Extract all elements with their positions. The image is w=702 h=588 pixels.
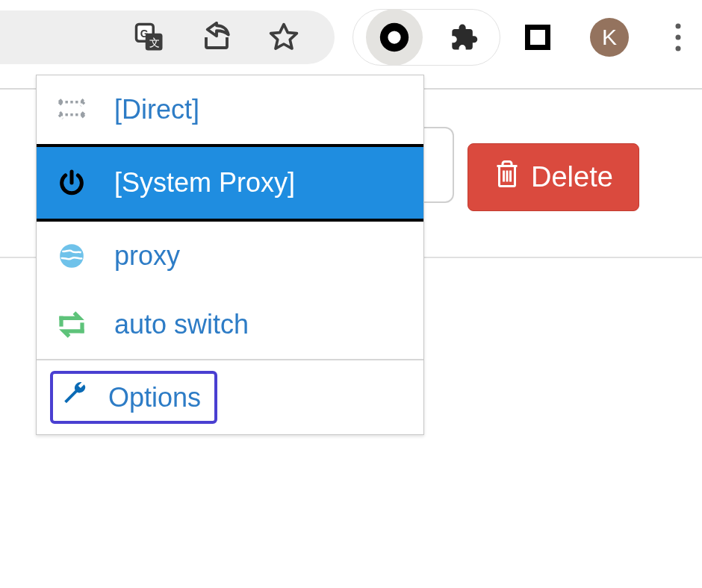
svg-point-10 bbox=[60, 244, 84, 268]
popup-item-direct[interactable]: [Direct] bbox=[37, 75, 423, 144]
profile-avatar[interactable]: K bbox=[590, 18, 629, 57]
power-icon bbox=[55, 168, 89, 198]
popup-item-system-proxy-label: [System Proxy] bbox=[114, 167, 295, 198]
globe-icon bbox=[55, 242, 89, 270]
active-extension-icon[interactable] bbox=[366, 9, 423, 66]
extension-popup: [Direct] [System Proxy] proxy bbox=[36, 75, 424, 435]
options-label: Options bbox=[108, 382, 201, 413]
popup-item-proxy[interactable]: proxy bbox=[37, 222, 423, 290]
svg-point-9 bbox=[388, 31, 400, 43]
kebab-menu-icon[interactable] bbox=[676, 24, 681, 51]
avatar-initial: K bbox=[602, 25, 617, 50]
svg-text:文: 文 bbox=[149, 37, 160, 49]
trash-icon bbox=[494, 159, 521, 196]
popup-item-system-proxy[interactable]: [System Proxy] bbox=[37, 144, 423, 222]
popup-options-row: Options bbox=[37, 360, 423, 434]
delete-button[interactable]: Delete bbox=[468, 143, 639, 211]
popup-item-auto-switch[interactable]: auto switch bbox=[37, 290, 423, 359]
delete-button-label: Delete bbox=[531, 161, 613, 193]
share-icon[interactable] bbox=[201, 22, 232, 53]
tab-overview-icon[interactable] bbox=[525, 25, 550, 50]
auto-switch-icon bbox=[55, 311, 89, 338]
popup-item-direct-label: [Direct] bbox=[114, 94, 199, 125]
extensions-puzzle-icon[interactable] bbox=[447, 21, 479, 54]
popup-options-button[interactable]: Options bbox=[50, 371, 217, 424]
popup-item-proxy-label: proxy bbox=[114, 240, 180, 272]
browser-toolbar: G 文 K bbox=[0, 0, 702, 75]
svg-text:G: G bbox=[140, 28, 149, 40]
direct-arrows-icon bbox=[55, 97, 89, 122]
bookmark-star-icon[interactable] bbox=[267, 21, 300, 54]
popup-item-auto-switch-label: auto switch bbox=[114, 309, 249, 340]
translate-icon[interactable]: G 文 bbox=[134, 22, 165, 53]
wrench-icon bbox=[60, 380, 89, 415]
